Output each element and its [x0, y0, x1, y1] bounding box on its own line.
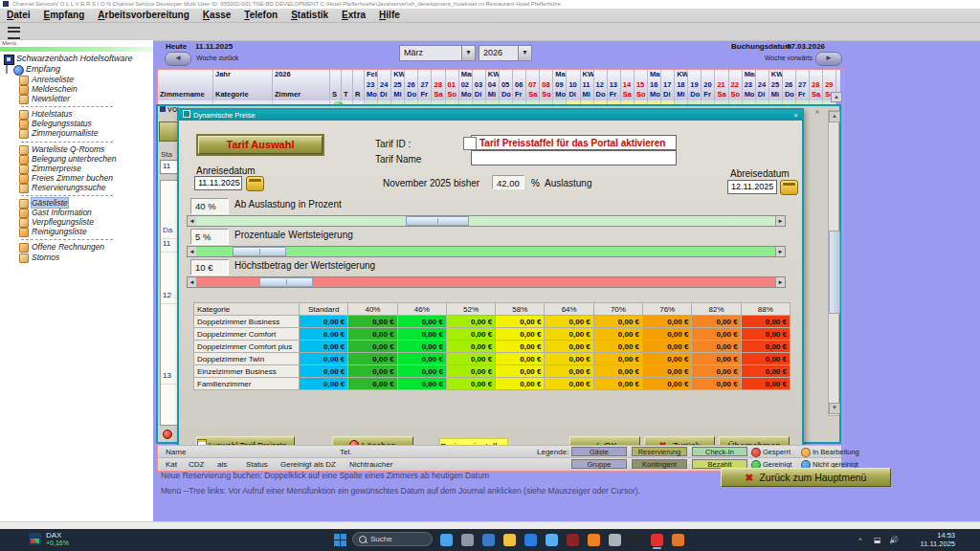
price-cell[interactable]: 0,00 € — [300, 316, 348, 328]
sidebar-item-stornos[interactable]: Stornos — [0, 253, 153, 262]
price-cell[interactable]: 0,00 € — [692, 328, 741, 341]
price-cell[interactable]: 0,00 € — [741, 365, 790, 378]
journal-day-col[interactable]: 07Sa — [526, 70, 540, 100]
price-cell[interactable]: 0,00 € — [446, 378, 495, 390]
mail-icon[interactable] — [482, 534, 495, 546]
chevron-down-icon[interactable]: ▼ — [518, 46, 531, 60]
price-cell[interactable]: 0,00 € — [741, 316, 790, 328]
legend-button-gäste[interactable]: Gäste — [571, 447, 627, 456]
price-cell[interactable]: 0,00 € — [446, 316, 495, 328]
price-cell[interactable]: 0,00 € — [692, 353, 741, 365]
widgets-icon[interactable] — [440, 534, 453, 546]
legend-button-check-in[interactable]: Check-In — [692, 447, 747, 456]
price-cell[interactable]: 0,00 € — [348, 328, 397, 341]
price-cell[interactable]: 0,00 € — [397, 378, 446, 390]
price-cell[interactable]: 0,00 € — [593, 378, 642, 390]
slider-thumb[interactable] — [259, 277, 313, 287]
price-cell[interactable]: 0,00 € — [643, 341, 692, 353]
hamburger-menu-icon[interactable] — [8, 27, 20, 39]
tarif-name-input[interactable] — [471, 150, 677, 165]
journal-day-col[interactable]: Feb23Mo — [365, 70, 378, 100]
price-cell[interactable]: 0,00 € — [496, 328, 545, 341]
menu-arbeitsvorbereitung[interactable]: Arbeitsvorbereitung — [98, 9, 189, 22]
max-increase-slider[interactable]: ◄ ► — [187, 276, 786, 288]
sidebar-item-gästeliste[interactable]: Gästeliste — [0, 198, 153, 208]
price-cell[interactable]: 0,00 € — [692, 378, 741, 390]
settings-gear-icon[interactable] — [461, 534, 474, 546]
explorer-folder-icon[interactable] — [503, 534, 516, 546]
photos-icon[interactable] — [546, 534, 558, 546]
terminal-icon[interactable] — [630, 534, 642, 546]
journal-day-col[interactable]: 03Di — [473, 70, 486, 100]
price-cell[interactable]: 0,00 € — [741, 378, 790, 390]
journal-day-col[interactable]: 26Do — [405, 70, 418, 100]
anreisedatum-input[interactable]: 11.11.2025 — [194, 176, 242, 190]
journal-day-col[interactable]: 13Fr — [608, 70, 621, 100]
chevron-down-icon[interactable]: ▼ — [461, 46, 475, 60]
price-cell[interactable]: 0,00 € — [496, 378, 545, 390]
price-cell[interactable]: 0,00 € — [593, 328, 642, 341]
journal-day-col[interactable]: 28Sa — [810, 70, 823, 100]
slider-right-arrow-icon[interactable]: ► — [775, 216, 785, 226]
week-back-button[interactable]: ◄ — [165, 52, 191, 66]
price-cell[interactable]: 0,00 € — [348, 341, 397, 353]
price-cell[interactable]: 0,00 € — [397, 353, 446, 365]
legend-button-kontingent[interactable]: Kontingent — [632, 459, 687, 469]
sidebar-item-verpflegungsliste[interactable]: Verpflegungsliste — [0, 217, 153, 227]
sidebar-item-belegungsstatus[interactable]: Belegungsstatus — [0, 119, 153, 128]
price-cell[interactable]: 0,00 € — [496, 341, 545, 353]
menu-telefon[interactable]: Telefon — [244, 9, 278, 22]
price-cell[interactable]: 0,00 € — [446, 328, 495, 341]
journal-day-col[interactable]: 05Do — [500, 70, 513, 100]
zurueck-zum-hauptmenu-button[interactable]: ✖Zurück zum Hauptmenü — [721, 468, 891, 487]
percent-increase-slider[interactable]: ◄ ► — [187, 246, 786, 257]
sidebar-item-meldeschein[interactable]: Meldeschein — [0, 84, 153, 94]
occupancy-slider[interactable]: ◄ ► — [187, 215, 786, 227]
scrollbar-thumb[interactable] — [829, 231, 840, 314]
journal-day-col[interactable]: Mar23Mo — [743, 70, 756, 100]
price-cell[interactable]: 0,00 € — [741, 353, 790, 365]
journal-day-col[interactable]: Mar09Mo — [553, 70, 567, 100]
slider-right-arrow-icon[interactable]: ► — [775, 277, 785, 287]
opera-icon[interactable] — [651, 534, 663, 546]
paint-icon[interactable] — [672, 534, 684, 546]
journal-day-col[interactable]: 27Fr — [796, 70, 810, 100]
price-cell[interactable]: 0,00 € — [348, 365, 397, 378]
menu-datei[interactable]: Datei — [7, 9, 30, 22]
price-cell[interactable]: 0,00 € — [397, 316, 446, 328]
price-cell[interactable]: 0,00 € — [446, 365, 495, 378]
price-cell[interactable]: 0,00 € — [741, 341, 790, 353]
journal-day-col[interactable]: 15So — [635, 70, 648, 100]
stocks-widget-icon[interactable] — [29, 533, 41, 545]
tray-chevron-up-icon[interactable]: ^ — [858, 536, 862, 544]
printer-icon[interactable] — [609, 534, 621, 546]
sidebar-item-zimmerpreise[interactable]: Zimmerpreise — [0, 164, 153, 173]
price-cell[interactable]: 0,00 € — [593, 341, 642, 353]
journal-day-col[interactable]: 28Sa — [432, 70, 445, 100]
price-cell[interactable]: 0,00 € — [496, 316, 545, 328]
sidebar-item-hotelstatus[interactable]: Hotelstatus — [0, 109, 153, 119]
tarif-auswahl-button[interactable]: Tarif Auswahl — [198, 136, 323, 154]
sidebar-item-zimmerjournalliste[interactable]: Zimmerjournalliste — [0, 128, 153, 138]
price-cell[interactable]: 0,00 € — [300, 341, 348, 353]
price-cell[interactable]: 0,00 € — [545, 328, 593, 341]
tray-speaker-icon[interactable]: 🔊 — [889, 536, 899, 544]
journal-day-col[interactable]: 20Fr — [702, 70, 715, 100]
price-cell[interactable]: 0,00 € — [741, 328, 790, 341]
slider-thumb[interactable] — [406, 216, 469, 226]
start-button-icon[interactable] — [334, 534, 346, 546]
week-forward-button[interactable]: ► — [815, 52, 842, 66]
background-window-scrollbar[interactable]: ▲ ▼ — [828, 110, 839, 416]
journal-day-col[interactable]: 06Fr — [513, 70, 526, 100]
menu-statistik[interactable]: Statistik — [291, 9, 328, 22]
scroll-up-icon[interactable]: ▲ — [829, 111, 840, 122]
journal-day-col[interactable]: 26Do — [783, 70, 796, 100]
sidebar-item-freies-zimmer-buchen[interactable]: Freies Zimmer buchen — [0, 173, 153, 183]
menu-hilfe[interactable]: Hilfe — [379, 9, 400, 22]
journal-day-col[interactable]: 12Do — [594, 70, 608, 100]
price-cell[interactable]: 0,00 € — [348, 378, 397, 390]
journal-day-col[interactable]: KW 1218Mi — [675, 70, 688, 100]
calendar-icon[interactable] — [246, 176, 264, 191]
journal-day-col[interactable]: 22So — [729, 70, 743, 100]
sidebar-root[interactable]: Schwarzenbach Hotelsoftware — [0, 54, 153, 64]
